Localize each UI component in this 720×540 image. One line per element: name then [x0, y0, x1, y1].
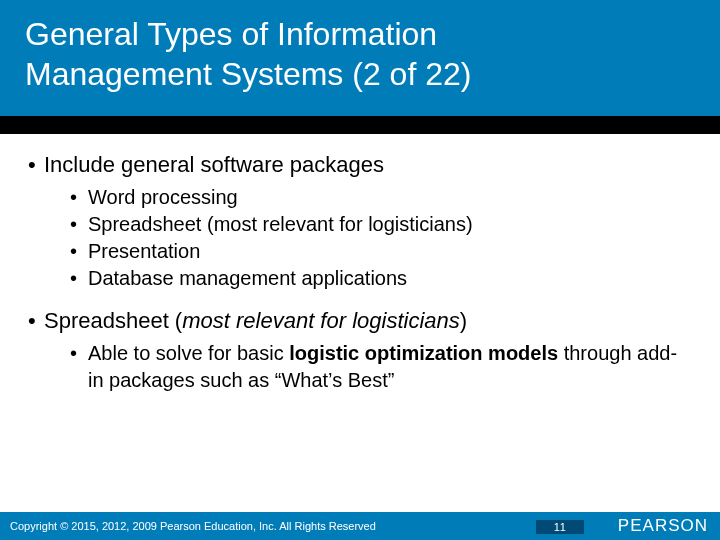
slide-title: General Types of Information Management … [25, 14, 695, 94]
bullet-level2: Able to solve for basic logistic optimiz… [30, 340, 690, 394]
divider-strip [0, 116, 720, 134]
bullet-text-pre: Able to solve for basic [88, 342, 289, 364]
brand-logo-text: PEARSON [618, 516, 708, 536]
bullet-level1: Spreadsheet (most relevant for logistici… [30, 308, 690, 334]
bullet-level2: Spreadsheet (most relevant for logistici… [30, 211, 690, 238]
bullet-level2: Presentation [30, 238, 690, 265]
bullet-text: Database management applications [88, 267, 407, 289]
title-line-1: General Types of Information [25, 16, 437, 52]
title-line-2: Management Systems (2 of 22) [25, 56, 471, 92]
bullet-text-italic: most relevant for logisticians [182, 308, 460, 333]
bullet-text: Include general software packages [44, 152, 384, 177]
bullet-text-suffix: ) [460, 308, 467, 333]
copyright-text: Copyright © 2015, 2012, 2009 Pearson Edu… [10, 520, 376, 532]
bullet-text: Word processing [88, 186, 238, 208]
bullet-text: Presentation [88, 240, 200, 262]
slide-header: General Types of Information Management … [0, 0, 720, 116]
bullet-text-bold: logistic optimization models [289, 342, 558, 364]
bullet-level1: Include general software packages [30, 152, 690, 178]
page-number-badge: 11 [536, 520, 584, 534]
bullet-level2: Word processing [30, 184, 690, 211]
slide-body: Include general software packages Word p… [0, 134, 720, 394]
bullet-text-prefix: Spreadsheet ( [44, 308, 182, 333]
bullet-level2: Database management applications [30, 265, 690, 292]
bullet-text: Spreadsheet (most relevant for logistici… [88, 213, 473, 235]
slide-footer: Copyright © 2015, 2012, 2009 Pearson Edu… [0, 512, 720, 540]
